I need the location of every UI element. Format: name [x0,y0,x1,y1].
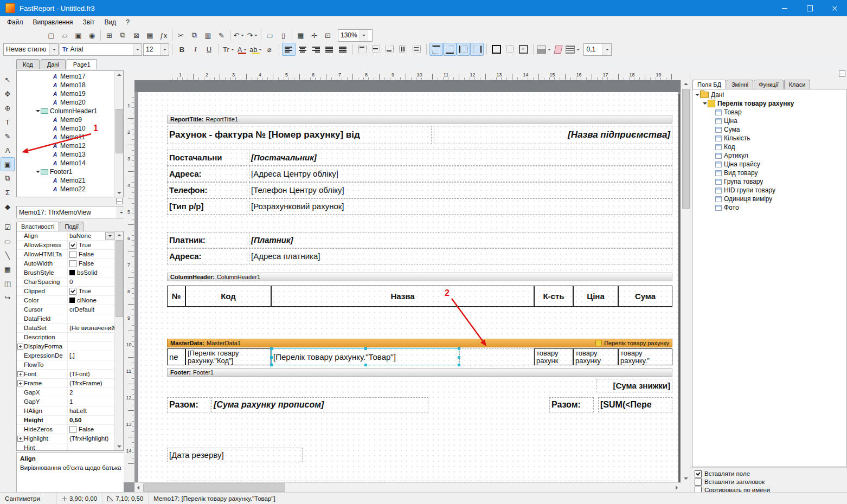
property-row[interactable]: AutoWidth False [17,259,123,268]
picture-object-tool[interactable]: ▣ [1,157,15,171]
scrollbar-thumb[interactable] [143,483,285,492]
property-row[interactable]: Frame (TfrxFrame) [17,379,123,388]
selection-handle[interactable] [458,356,460,359]
tree-expander-icon[interactable] [35,170,41,174]
tree-expander-icon[interactable] [695,93,700,97]
frame-all-button[interactable] [490,43,503,56]
memo-total-label[interactable]: Разом: [167,397,210,412]
report-tree-item[interactable]: A Memo10 [17,124,123,133]
db-field-item[interactable]: Код [692,143,846,151]
property-row[interactable]: AllowExpress True [17,241,123,250]
property-expand-icon[interactable] [17,324,24,332]
scroll-up-icon[interactable] [115,71,123,79]
memo-col-price[interactable]: Ціна [573,286,618,307]
save-report-button[interactable]: ▣ [72,29,85,42]
database-object-tool[interactable]: ◫ [1,276,15,290]
report-tree-item[interactable]: A Memo14 [17,159,123,167]
subreport-object-tool[interactable]: ⧉ [1,171,15,185]
scroll-right-icon[interactable] [673,483,681,492]
memo-col-num[interactable]: № [167,286,185,307]
chevron-down-icon[interactable] [133,44,142,55]
memo-reserve-date[interactable]: [Дата резерву] [167,448,303,462]
tree-expander-icon[interactable] [702,101,708,106]
db-field-item[interactable]: Вид товару [692,169,846,177]
selection-handle[interactable] [270,347,273,350]
report-tree-item[interactable]: A Memo19 [17,89,123,98]
chevron-down-icon[interactable] [160,44,169,55]
property-row[interactable]: FlowTo [17,360,123,370]
ungroup-button[interactable]: ▯ [277,29,290,42]
memo-col-code[interactable]: Код [185,286,271,307]
memo-total-label-2[interactable]: Разом: [549,397,594,412]
show-grid-button[interactable]: ▦ [294,29,307,42]
memo-cell-code[interactable]: [Перелік товару рахунку."Код"] [185,348,271,365]
scroll-up-icon[interactable] [115,231,123,239]
memo-col-sum[interactable]: Сума [618,286,672,307]
close-button[interactable] [822,0,847,16]
scrollbar-thumb[interactable] [116,109,123,153]
scroll-down-icon[interactable] [115,189,123,197]
report-tree-item[interactable]: A Memo9 [17,115,123,124]
bold-button[interactable]: B [175,43,189,56]
frame-style-button[interactable] [565,43,580,56]
align-force-justify-button[interactable] [336,43,350,56]
copy-button[interactable]: ⧉ [188,29,201,42]
line-width-combo[interactable]: 0,1 [583,43,612,56]
shape-object-tool[interactable]: ◆ [1,199,15,214]
memo-payer-address-value[interactable]: [Адреса платника] [249,248,672,264]
new-page-button[interactable]: ⊞ [102,29,116,42]
memo-col-qty[interactable]: К-сть [534,286,573,307]
scroll-down-icon[interactable] [115,443,123,450]
report-tree-item[interactable]: A Memo11 [17,133,123,141]
design-horizontal-scrollbar[interactable] [134,482,681,492]
db-field-item[interactable]: Артикул [692,151,846,160]
zoom-tool[interactable]: ⊕ [1,101,15,115]
property-expand-icon[interactable] [17,434,24,443]
format-painter-tool[interactable]: ✎ [1,129,15,143]
property-row[interactable]: Highlight (TfrxHighlight) [17,434,123,443]
scrollbar-thumb[interactable] [116,240,123,317]
report-tree-item[interactable]: Footer1 [17,167,123,176]
separator[interactable] [290,30,294,41]
memo-company-name[interactable]: [Назва підприємства] [434,126,672,144]
property-row[interactable]: BrushStyle bsSolid [17,268,123,277]
redo-button[interactable]: ↷ [246,29,259,42]
report-tree-item[interactable]: A Memo18 [17,81,123,89]
open-report-button[interactable]: ▱ [58,29,72,42]
frame-outline-button[interactable] [517,43,530,56]
menu-item[interactable]: Звіт [78,17,100,28]
memo-phone-value[interactable]: [Телефон Центру обліку] [249,182,672,198]
report-tree-item[interactable]: A Memo13 [17,150,123,159]
property-expand-icon[interactable] [17,259,24,268]
property-expand-icon[interactable] [17,287,24,295]
property-value-icon[interactable] [69,298,75,303]
page-settings-button[interactable]: ▤ [143,29,157,42]
db-field-item[interactable]: Сума [692,125,846,134]
menu-item[interactable]: ? [121,17,134,28]
checkbox-icon[interactable] [695,479,702,486]
option-row[interactable]: Вставляти заголовок [695,478,843,486]
property-expand-icon[interactable] [17,241,24,249]
separator[interactable] [259,30,263,41]
property-expand-icon[interactable] [17,268,24,277]
property-row[interactable]: Align baNone [17,231,123,241]
memo-payer-value[interactable]: [Платник] [249,232,672,248]
report-tree-item[interactable]: ColumnHeader1 [17,107,123,115]
db-field-item[interactable]: Кількість [692,134,846,143]
separator[interactable] [228,30,232,41]
hand-tool[interactable]: ✥ [1,87,15,101]
property-row[interactable]: Hint [17,443,123,451]
selection-handle[interactable] [364,347,367,350]
panel-options-icon[interactable] [839,70,845,77]
selection-handle[interactable] [364,364,367,366]
panel-options-icon[interactable] [116,198,123,204]
scroll-left-icon[interactable] [134,483,142,492]
export-tool[interactable]: ↪ [1,290,15,305]
frame-bottom-button[interactable] [443,43,457,56]
property-expand-icon[interactable] [17,351,24,360]
selection-handle[interactable] [458,364,460,366]
minimize-button[interactable] [772,0,797,16]
memo-col-name[interactable]: Назва [271,286,534,307]
property-expand-icon[interactable] [17,296,24,305]
memo-payer-address-label[interactable]: Адреса: [167,248,247,264]
